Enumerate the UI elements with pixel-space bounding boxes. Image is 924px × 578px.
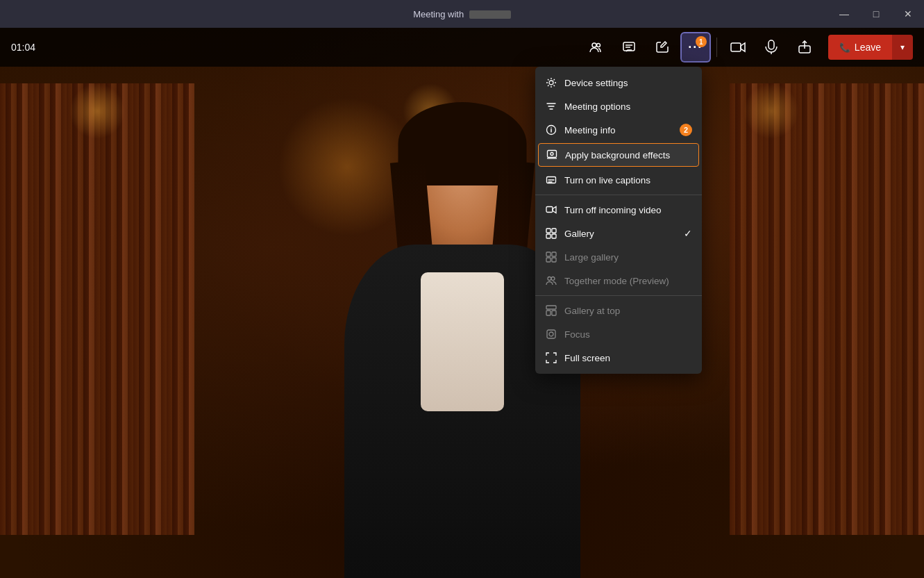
large-gallery-icon [545, 251, 557, 263]
together-mode-label: Together mode (Preview) [564, 276, 692, 286]
reactions-icon [655, 40, 669, 54]
svg-rect-22 [552, 252, 556, 256]
menu-item-meeting-options[interactable]: Meeting options [535, 94, 702, 118]
menu-item-together-mode: Together mode (Preview) [535, 269, 702, 292]
svg-rect-23 [546, 258, 551, 262]
people-icon [589, 40, 603, 54]
toolbar-divider [716, 38, 717, 57]
svg-point-0 [592, 43, 596, 47]
svg-point-9 [549, 81, 553, 85]
menu-item-live-captions[interactable]: Turn on live captions [535, 168, 702, 192]
menu-item-device-settings[interactable]: Device settings [535, 71, 702, 94]
close-button[interactable]: ✕ [892, 0, 924, 28]
svg-rect-19 [546, 234, 551, 238]
live-captions-label: Turn on live captions [564, 175, 692, 185]
svg-point-14 [551, 153, 553, 156]
title-bar: Meeting with — □ ✕ [0, 0, 924, 28]
gallery-top-icon [545, 304, 557, 317]
minimize-button[interactable]: — [828, 0, 860, 28]
menu-divider [535, 295, 702, 296]
bookshelf-left [0, 83, 194, 535]
focus-label: Focus [564, 329, 692, 340]
apply-bg-icon [546, 149, 558, 161]
chat-button[interactable] [614, 32, 644, 63]
bookshelf-right [730, 83, 924, 535]
svg-rect-27 [546, 306, 556, 309]
svg-point-26 [551, 277, 555, 281]
menu-item-focus: Focus [535, 322, 702, 346]
more-button[interactable]: ··· 1 [680, 32, 711, 63]
incoming-video-label: Turn off incoming video [564, 205, 692, 215]
menu-item-apply-bg[interactable]: Apply background effects [538, 143, 699, 167]
menu-item-gallery[interactable]: Gallery✓ [535, 222, 702, 245]
live-captions-icon [545, 174, 557, 186]
apply-bg-label: Apply background effects [565, 150, 691, 160]
restore-button[interactable]: □ [860, 0, 892, 28]
svg-rect-5 [731, 43, 741, 51]
svg-rect-18 [552, 229, 556, 233]
svg-rect-17 [546, 229, 551, 233]
chevron-down-icon: ▾ [900, 42, 905, 52]
svg-rect-6 [768, 40, 774, 49]
window-title: Meeting with [413, 9, 511, 19]
menu-item-meeting-info[interactable]: Meeting info2 [535, 118, 702, 142]
device-settings-icon [545, 76, 557, 89]
ceiling-light-right [744, 83, 799, 139]
video-area [0, 28, 924, 578]
call-timer: 01:04 [11, 42, 35, 53]
svg-rect-21 [546, 252, 551, 256]
svg-point-12 [551, 127, 552, 129]
ceiling-light-left [69, 83, 125, 139]
share-icon [798, 40, 812, 54]
toolbar: 01:04 [0, 28, 924, 67]
svg-rect-16 [546, 207, 553, 213]
mic-button[interactable] [756, 32, 787, 63]
gallery-check: ✓ [684, 228, 692, 239]
meeting-info-label: Meeting info [564, 125, 673, 135]
share-button[interactable] [789, 32, 820, 63]
mic-icon [765, 40, 778, 55]
menu-item-full-screen[interactable]: Full screen [535, 346, 702, 370]
camera-button[interactable] [723, 32, 753, 63]
focus-icon [545, 328, 557, 340]
title-text: Meeting with [413, 9, 464, 19]
leave-label: Leave [855, 42, 881, 53]
people-button[interactable] [580, 32, 611, 63]
menu-item-gallery-top: Gallery at top [535, 299, 702, 322]
window-controls: — □ ✕ [828, 0, 924, 28]
reactions-button[interactable] [647, 32, 678, 63]
context-menu: Device settingsMeeting optionsMeeting in… [535, 67, 702, 374]
leave-main-button[interactable]: 📞 Leave [828, 35, 892, 60]
svg-rect-20 [552, 234, 556, 238]
svg-rect-29 [552, 311, 556, 315]
camera-icon [730, 41, 746, 53]
toolbar-actions: ··· 1 [580, 32, 913, 63]
phone-icon: 📞 [839, 42, 850, 53]
more-badge: 1 [696, 36, 707, 47]
large-gallery-label: Large gallery [564, 252, 692, 263]
svg-rect-24 [552, 258, 556, 262]
full-screen-icon [545, 352, 557, 364]
full-screen-label: Full screen [564, 353, 692, 363]
svg-point-25 [548, 277, 551, 281]
chat-icon [622, 40, 636, 54]
device-settings-label: Device settings [564, 78, 692, 88]
svg-point-1 [596, 44, 600, 47]
meeting-info-icon [545, 124, 557, 136]
meeting-options-icon [545, 100, 557, 113]
menu-divider [535, 195, 702, 195]
menu-item-large-gallery: Large gallery [535, 245, 702, 269]
incoming-video-icon [545, 204, 557, 216]
leave-button-group: 📞 Leave ▾ [828, 35, 913, 60]
together-mode-icon [545, 274, 557, 287]
leave-chevron-button[interactable]: ▾ [892, 35, 913, 60]
gallery-top-label: Gallery at top [564, 306, 692, 316]
svg-rect-28 [546, 311, 551, 315]
meeting-options-label: Meeting options [564, 101, 692, 112]
svg-rect-2 [623, 42, 635, 51]
svg-rect-13 [548, 151, 557, 158]
meeting-info-badge: 2 [680, 124, 692, 136]
svg-rect-30 [547, 330, 555, 338]
menu-item-incoming-video[interactable]: Turn off incoming video [535, 198, 702, 222]
gallery-label: Gallery [564, 229, 677, 239]
